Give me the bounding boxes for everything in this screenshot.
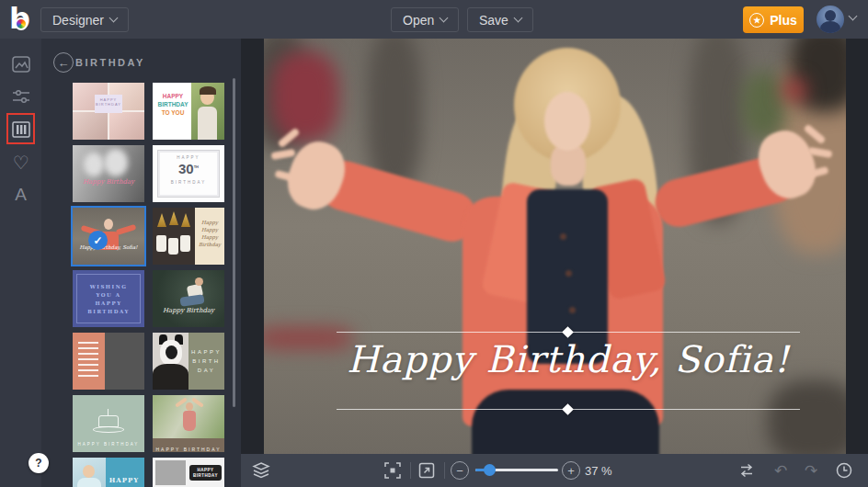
zoom-percentage: 37 % bbox=[585, 464, 612, 478]
redo-button[interactable]: ↷ bbox=[802, 461, 820, 480]
save-menu-button[interactable]: Save bbox=[467, 7, 533, 32]
template-caption: HAPPY BIRTHDAY bbox=[155, 447, 221, 452]
plus-upgrade-button[interactable]: ★ Plus bbox=[743, 6, 804, 33]
resize-canvas-button[interactable] bbox=[417, 461, 436, 480]
toolbar-divider bbox=[410, 462, 411, 479]
sliders-icon bbox=[12, 89, 30, 104]
fit-to-screen-button[interactable] bbox=[383, 461, 402, 480]
template-caption: HAPPY BIRTHDAY bbox=[73, 442, 144, 447]
chevron-down-icon bbox=[440, 14, 449, 23]
template-thumbnail[interactable]: HAPPY BIRTH DAY bbox=[153, 333, 224, 390]
template-thumbnail[interactable]: Happy Birthday bbox=[73, 145, 144, 202]
template-thumbnail[interactable]: HAPPY BIRTHDAY TO YOU bbox=[153, 83, 224, 140]
open-menu-label: Open bbox=[403, 13, 434, 28]
designer-menu-label: Designer bbox=[52, 13, 104, 28]
template-caption: Happy Birthday, Sofia! bbox=[73, 244, 144, 250]
selected-check-icon: ✓ bbox=[88, 231, 108, 250]
history-button[interactable] bbox=[835, 461, 853, 480]
panel-title: BIRTHDAY bbox=[75, 57, 145, 68]
star-icon: ★ bbox=[749, 13, 764, 28]
templates-panel: ← BIRTHDAY HAPPY BIRTHDAY HAPPY BIRTHDAY… bbox=[41, 39, 241, 487]
template-thumbnail[interactable]: HAPPY 30TH BIRTHDAY bbox=[153, 145, 224, 202]
template-thumbnail[interactable]: HAPPY BIRTHDAY bbox=[73, 395, 144, 452]
template-thumbnail-selected[interactable]: Happy Birthday, Sofia! ✓ bbox=[73, 208, 144, 265]
sidebar-item-text[interactable]: A bbox=[11, 185, 30, 204]
question-mark-icon: ? bbox=[35, 457, 41, 470]
template-thumbnail[interactable]: Happy Happy Happy Birthday bbox=[153, 208, 224, 265]
tool-sidebar: ♡ A bbox=[0, 39, 41, 487]
save-menu-label: Save bbox=[479, 13, 508, 28]
template-caption: HAPPY BIRTHDAY bbox=[95, 95, 122, 113]
template-list: HAPPY BIRTHDAY HAPPY BIRTHDAY TO YOU Hap… bbox=[73, 83, 229, 487]
heart-icon: ♡ bbox=[13, 153, 29, 172]
minus-icon: − bbox=[456, 465, 463, 477]
template-thumbnail[interactable] bbox=[73, 333, 144, 390]
sidebar-item-adjust[interactable] bbox=[11, 86, 30, 106]
template-thumbnail[interactable]: HAPPY BIRTHDAY bbox=[73, 83, 144, 140]
panel-scrollbar[interactable] bbox=[233, 78, 235, 407]
zoom-slider[interactable] bbox=[475, 469, 558, 471]
zoom-out-button[interactable]: − bbox=[451, 461, 469, 480]
compare-arrows-icon bbox=[737, 461, 756, 480]
toolbar-divider bbox=[444, 462, 445, 479]
open-menu-button[interactable]: Open bbox=[391, 7, 459, 32]
zoom-slider-knob[interactable] bbox=[484, 464, 496, 476]
user-avatar[interactable] bbox=[817, 6, 844, 33]
fit-screen-icon bbox=[383, 461, 402, 480]
logo-rainbow-disc-icon bbox=[15, 17, 28, 30]
template-thumbnail[interactable]: HAPPY BIRTHDAY bbox=[153, 458, 224, 487]
template-thumbnail[interactable]: HAPPY BIRTHDAY bbox=[153, 395, 224, 452]
app-window: b Designer Open Save ★ Plus bbox=[0, 0, 868, 487]
chevron-down-icon bbox=[109, 14, 119, 23]
template-caption: HAPPY bbox=[108, 476, 140, 484]
back-button[interactable]: ← bbox=[53, 52, 74, 73]
undo-icon: ↶ bbox=[774, 463, 787, 479]
plus-icon: + bbox=[567, 465, 575, 477]
open-in-new-icon bbox=[417, 461, 436, 480]
chevron-down-icon[interactable] bbox=[849, 12, 858, 21]
template-thumbnail[interactable]: HAPPY bbox=[73, 458, 144, 487]
befunky-logo[interactable]: b bbox=[9, 5, 39, 34]
history-clock-icon bbox=[835, 461, 853, 480]
compare-button[interactable] bbox=[737, 461, 756, 480]
plus-label: Plus bbox=[770, 13, 797, 28]
canvas-toolbar: − + 37 % ↶ ↷ bbox=[241, 454, 868, 487]
template-thumbnail[interactable]: WISHING YOU A HAPPY BIRTHDAY bbox=[73, 270, 144, 327]
chevron-down-icon bbox=[513, 14, 522, 23]
sidebar-item-graphics[interactable]: ♡ bbox=[11, 153, 30, 172]
canvas-text-object[interactable]: Happy Birthday, Sofia! bbox=[337, 338, 800, 380]
zoom-in-button[interactable]: + bbox=[562, 461, 580, 480]
text-tool-icon: A bbox=[15, 185, 27, 205]
back-arrow-icon: ← bbox=[58, 56, 70, 70]
help-button[interactable]: ? bbox=[29, 453, 49, 473]
layers-icon bbox=[252, 461, 270, 480]
undo-button[interactable]: ↶ bbox=[771, 461, 790, 480]
redo-icon: ↷ bbox=[805, 463, 817, 479]
template-thumbnail[interactable]: Happy Birthday bbox=[153, 270, 224, 327]
designer-menu-button[interactable]: Designer bbox=[40, 7, 129, 32]
template-caption: Happy Birthday bbox=[153, 307, 224, 314]
sidebar-item-image[interactable] bbox=[11, 54, 30, 74]
template-caption: Happy Birthday bbox=[73, 178, 144, 186]
top-bar: b Designer Open Save ★ Plus bbox=[0, 0, 868, 39]
tutorial-highlight-box bbox=[6, 113, 35, 144]
image-icon bbox=[12, 56, 30, 73]
canvas-image[interactable]: Happy Birthday, Sofia! bbox=[264, 39, 846, 454]
layers-button[interactable] bbox=[252, 461, 270, 480]
